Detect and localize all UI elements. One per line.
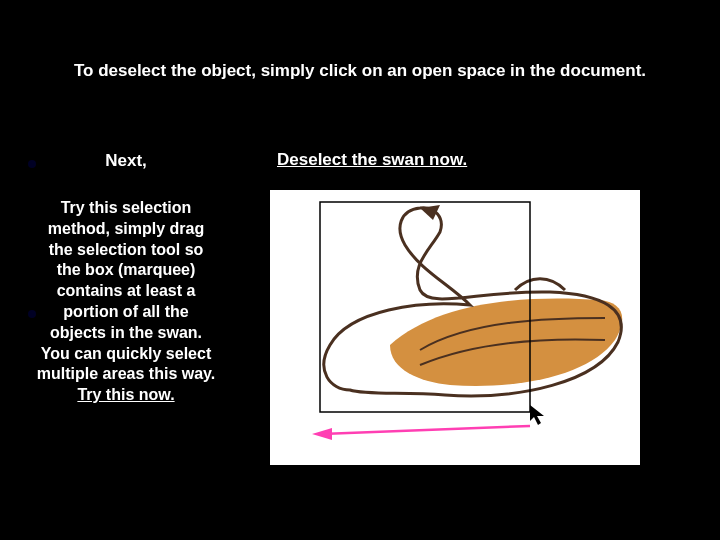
selection-method-text: Try this selection method, simply drag t… xyxy=(37,199,215,382)
swan-svg xyxy=(270,190,640,465)
swan-illustration xyxy=(324,205,622,396)
slide: To deselect the object, simply click on … xyxy=(0,0,720,540)
svg-marker-2 xyxy=(530,405,544,425)
svg-line-0 xyxy=(322,426,530,434)
next-label: Next, xyxy=(36,150,216,172)
slide-heading: To deselect the object, simply click on … xyxy=(70,60,650,83)
illustration-canvas xyxy=(270,190,640,465)
deselect-instruction: Deselect the swan now. xyxy=(277,150,467,170)
try-now-label: Try this now. xyxy=(77,386,174,403)
svg-marker-1 xyxy=(312,428,332,440)
cursor-arrow-icon xyxy=(530,405,544,425)
left-column-text: Next, Try this selection method, simply … xyxy=(36,150,216,406)
arrow-left-icon xyxy=(312,426,530,440)
bullet-icon xyxy=(28,310,36,318)
bullet-icon xyxy=(28,160,36,168)
